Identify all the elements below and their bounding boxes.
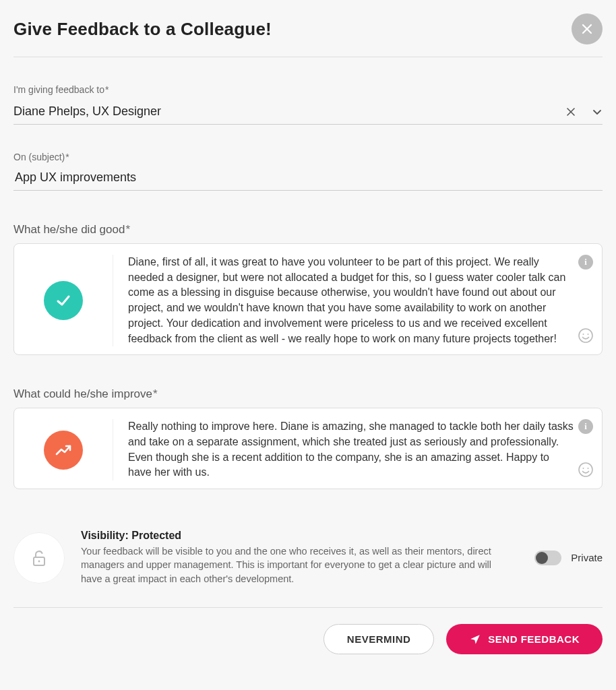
visibility-title: Visibility: Protected bbox=[81, 530, 518, 542]
good-emoji-button[interactable] bbox=[578, 327, 594, 346]
svg-point-6 bbox=[588, 334, 589, 335]
svg-point-4 bbox=[579, 329, 592, 342]
send-feedback-label: SEND FEEDBACK bbox=[488, 633, 580, 645]
check-badge bbox=[44, 281, 83, 320]
svg-point-7 bbox=[579, 463, 592, 476]
improve-feedback-box: Really nothing to improve here. Diane is… bbox=[13, 408, 603, 489]
svg-point-8 bbox=[583, 468, 584, 469]
good-info-button[interactable]: i bbox=[578, 255, 593, 270]
check-icon bbox=[53, 290, 73, 311]
chevron-down-icon bbox=[592, 106, 603, 117]
recipient-label: I'm giving feedback to* bbox=[13, 84, 603, 95]
close-icon bbox=[581, 23, 593, 35]
visibility-description: Your feedback will be visible to you and… bbox=[81, 544, 512, 586]
send-icon bbox=[469, 633, 481, 646]
clear-recipient-button[interactable] bbox=[566, 107, 576, 117]
smile-icon bbox=[578, 327, 594, 344]
trend-badge bbox=[44, 431, 83, 470]
trend-up-icon bbox=[53, 439, 74, 461]
improve-info-button[interactable]: i bbox=[578, 419, 593, 434]
smile-icon bbox=[578, 462, 594, 478]
send-feedback-button[interactable]: SEND FEEDBACK bbox=[446, 624, 603, 654]
divider bbox=[13, 57, 603, 57]
good-feedback-text[interactable]: Diane, first of all, it was great to hav… bbox=[128, 255, 575, 346]
page-title: Give Feedback to a Colleague! bbox=[13, 19, 272, 40]
info-icon: i bbox=[584, 257, 587, 268]
good-label: What he/she did good* bbox=[13, 223, 603, 237]
x-icon bbox=[566, 107, 576, 117]
improve-feedback-text[interactable]: Really nothing to improve here. Diane is… bbox=[128, 419, 575, 480]
subject-input[interactable] bbox=[13, 162, 603, 191]
recipient-dropdown-button[interactable] bbox=[592, 106, 603, 117]
svg-point-5 bbox=[583, 334, 584, 335]
close-button[interactable] bbox=[572, 13, 603, 44]
recipient-value: Diane Phelps, UX Designer bbox=[13, 104, 566, 119]
svg-point-9 bbox=[588, 468, 589, 469]
cancel-button[interactable]: NEVERMIND bbox=[324, 624, 435, 654]
toggle-knob bbox=[536, 552, 548, 564]
improve-label: What could he/she improve* bbox=[13, 387, 603, 401]
unlock-icon bbox=[29, 548, 49, 568]
info-icon: i bbox=[584, 421, 587, 432]
subject-label: On (subject)* bbox=[13, 152, 603, 162]
private-toggle-label: Private bbox=[571, 552, 603, 563]
recipient-select[interactable]: Diane Phelps, UX Designer bbox=[13, 98, 603, 125]
svg-point-11 bbox=[38, 560, 40, 562]
improve-emoji-button[interactable] bbox=[578, 462, 594, 480]
private-toggle[interactable] bbox=[534, 551, 561, 565]
good-feedback-box: Diane, first of all, it was great to hav… bbox=[13, 243, 603, 355]
visibility-badge bbox=[13, 532, 65, 584]
